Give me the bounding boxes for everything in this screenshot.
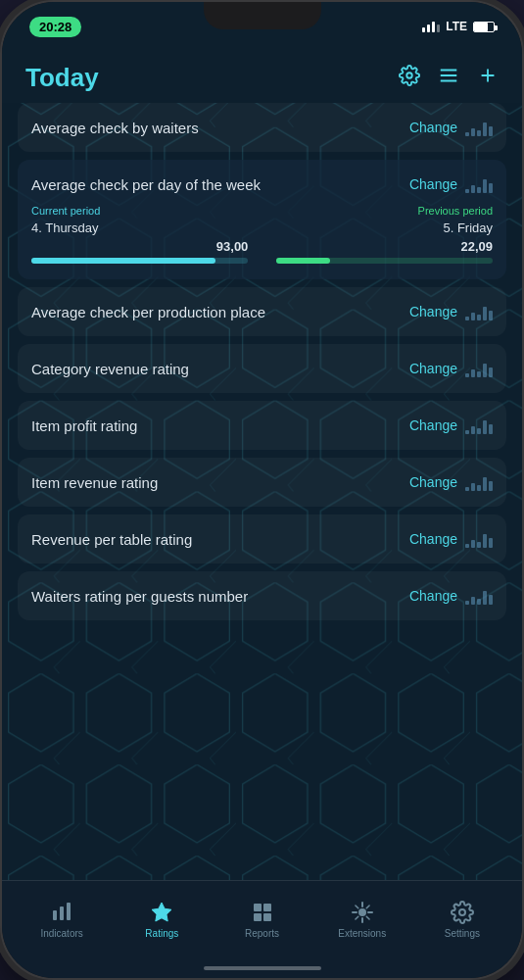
- svg-rect-14: [263, 904, 271, 911]
- card-title-item-revenue: Item revenue rating: [31, 474, 409, 491]
- change-btn-avg-check-day[interactable]: Change: [409, 176, 457, 192]
- current-day: 4. Thursday: [31, 220, 98, 235]
- chart-icon-8: [465, 587, 493, 605]
- previous-bar: [276, 258, 493, 264]
- period-labels: Current period Previous period: [31, 205, 493, 217]
- card-item-profit: Item profit rating Change: [18, 401, 506, 450]
- change-btn-revenue-table[interactable]: Change: [409, 531, 457, 547]
- nav-label-reports: Reports: [245, 928, 279, 939]
- card-waiters-guests: Waiters rating per guests number Change: [18, 571, 506, 620]
- home-bar: [204, 966, 321, 970]
- nav-label-ratings: Ratings: [145, 928, 178, 939]
- extensions-icon: [351, 901, 374, 924]
- nav-item-ratings[interactable]: Ratings: [112, 901, 212, 939]
- page-title: Today: [25, 63, 99, 93]
- change-btn-avg-check-production[interactable]: Change: [409, 304, 457, 319]
- card-category-revenue: Category revenue rating Change: [18, 344, 506, 393]
- status-right: LTE: [422, 20, 495, 33]
- svg-point-0: [406, 73, 412, 78]
- card-actions-6: Change: [409, 473, 493, 491]
- previous-period-label: Previous period: [418, 205, 493, 217]
- chart-icon-5: [465, 416, 493, 434]
- status-time: 20:28: [29, 17, 81, 37]
- settings-nav-icon: [451, 901, 474, 924]
- signal-icon: [422, 22, 440, 32]
- battery-icon: [473, 22, 495, 32]
- card-title-category-revenue: Category revenue rating: [31, 361, 409, 377]
- card-title-avg-check-production: Average check per production place: [31, 304, 409, 320]
- nav-item-settings[interactable]: Settings: [412, 901, 512, 939]
- card-avg-check-production: Average check per production place Chang…: [18, 287, 506, 336]
- chart-icon-2: [465, 175, 493, 193]
- nav-label-settings: Settings: [445, 928, 480, 939]
- card-title-waiters-guests: Waiters rating per guests number: [31, 588, 409, 605]
- card-item-revenue: Item revenue rating Change: [18, 458, 506, 507]
- current-period-label: Current period: [31, 205, 100, 217]
- change-btn-category-revenue[interactable]: Change: [409, 361, 457, 376]
- card-title-item-profit: Item profit rating: [31, 417, 409, 434]
- svg-rect-15: [254, 913, 262, 921]
- home-indicator: [2, 958, 522, 978]
- current-period-section: 93,00: [31, 239, 248, 264]
- svg-point-17: [358, 908, 366, 916]
- svg-rect-9: [53, 910, 57, 920]
- nav-label-extensions: Extensions: [338, 928, 386, 939]
- indicators-icon: [50, 901, 73, 924]
- add-icon[interactable]: [477, 65, 499, 91]
- change-btn-item-revenue[interactable]: Change: [409, 474, 457, 490]
- card-actions-1: Change: [409, 119, 493, 136]
- current-value: 93,00: [31, 239, 248, 254]
- card-title-avg-check-waiters: Average check by waiters: [31, 120, 409, 136]
- previous-value: 22,09: [276, 239, 493, 254]
- previous-period-section: 22,09: [276, 239, 493, 264]
- nav-item-indicators[interactable]: Indicators: [12, 901, 112, 939]
- change-btn-waiters-guests[interactable]: Change: [409, 588, 457, 604]
- svg-rect-13: [254, 904, 262, 911]
- nav-item-extensions[interactable]: Extensions: [312, 901, 412, 939]
- svg-rect-10: [60, 906, 64, 920]
- lte-label: LTE: [446, 20, 467, 33]
- day-labels-row: 4. Thursday 5. Friday: [31, 220, 493, 235]
- phone-screen: 20:28 LTE Today: [2, 2, 522, 978]
- header-icons: [399, 65, 499, 91]
- card-actions-2: Change: [409, 175, 493, 193]
- svg-point-18: [459, 909, 465, 915]
- ratings-icon: [150, 901, 173, 924]
- card-avg-check-waiters: Average check by waiters Change: [18, 103, 506, 152]
- previous-day: 5. Friday: [443, 220, 493, 235]
- card-revenue-table: Revenue per table rating Change: [18, 514, 506, 564]
- change-btn-item-profit[interactable]: Change: [409, 417, 457, 433]
- svg-rect-11: [67, 903, 71, 920]
- nav-label-indicators: Indicators: [40, 928, 82, 939]
- bottom-nav: Indicators Ratings Reports: [2, 880, 522, 958]
- phone-frame: 20:28 LTE Today: [0, 0, 524, 980]
- chart-icon-3: [465, 303, 493, 320]
- header: Today: [2, 51, 522, 103]
- svg-marker-12: [152, 903, 171, 921]
- card-avg-check-day: Average check per day of the week Change: [18, 160, 506, 279]
- settings-icon[interactable]: [399, 65, 420, 91]
- chart-icon-4: [465, 360, 493, 377]
- card-title-avg-check-day: Average check per day of the week: [31, 176, 409, 193]
- chart-icon-7: [465, 530, 493, 548]
- card-actions-3: Change: [409, 303, 493, 320]
- nav-item-reports[interactable]: Reports: [212, 901, 311, 939]
- card-actions-8: Change: [409, 587, 493, 605]
- change-btn-avg-check-waiters[interactable]: Change: [409, 120, 457, 135]
- card-actions-7: Change: [409, 530, 493, 548]
- chart-icon-1: [465, 119, 493, 136]
- current-bar: [31, 258, 248, 264]
- card-actions-5: Change: [409, 416, 493, 434]
- svg-rect-16: [263, 913, 271, 921]
- reports-icon: [251, 901, 274, 924]
- content-area: Average check by waiters Change: [2, 103, 522, 880]
- card-actions-4: Change: [409, 360, 493, 377]
- notch: [204, 2, 321, 29]
- chart-icon-6: [465, 473, 493, 491]
- menu-icon[interactable]: [438, 65, 459, 91]
- card-title-revenue-table: Revenue per table rating: [31, 531, 409, 548]
